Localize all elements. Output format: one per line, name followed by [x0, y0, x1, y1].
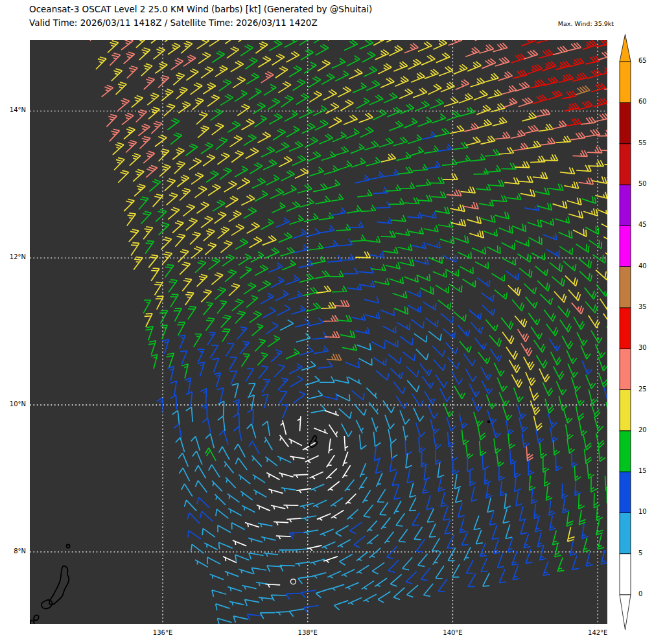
- y-axis-tick-label: 12°N: [0, 253, 26, 260]
- wind-barb: [607, 96, 621, 104]
- wind-barb: [475, 32, 489, 41]
- colorbar-segment: [620, 267, 631, 308]
- colorbar-tick-label: 0: [638, 590, 654, 597]
- wind-barb: [609, 416, 616, 431]
- colorbar-segment: [620, 185, 631, 225]
- wind-barb: [607, 327, 618, 339]
- wind-barb: [252, 27, 265, 38]
- x-axis-tick-label: 138°E: [287, 629, 329, 636]
- colorbar-segment: [620, 144, 631, 185]
- wind-barb: [239, 30, 251, 42]
- x-axis-tick-label: 136°E: [142, 629, 183, 636]
- colorbar-tick-label: 45: [638, 221, 654, 228]
- wind-barb: [609, 268, 621, 278]
- colorbar-tick-label: 35: [638, 303, 654, 310]
- wind-barb: [565, 30, 579, 39]
- colorbar-tick-label: 25: [638, 385, 654, 393]
- colorbar-tick-label: 55: [638, 139, 654, 146]
- x-axis-tick-label: 140°E: [432, 629, 473, 636]
- wind-barb: [165, 30, 176, 42]
- colorbar-segment: [620, 431, 631, 472]
- y-axis-tick-label: 10°N: [0, 400, 26, 408]
- wind-barb: [608, 340, 618, 354]
- wind-barb: [606, 402, 614, 417]
- wind-chart-page: Oceansat-3 OSCAT Level 2 25.0 KM Wind (b…: [0, 0, 654, 644]
- wind-barb: [401, 29, 414, 40]
- wind-barb: [103, 27, 115, 38]
- wind-barb: [607, 489, 613, 503]
- colorbar-tick-label: 65: [638, 57, 654, 64]
- y-axis-tick-label: 14°N: [0, 106, 26, 113]
- colorbar-segment: [620, 554, 631, 595]
- wind-barb: [90, 29, 101, 41]
- colorbar-segment: [620, 62, 631, 102]
- colorbar-tick-label: 5: [638, 549, 654, 557]
- colorbar: [620, 34, 631, 630]
- wind-map-canvas: [0, 0, 654, 644]
- wind-barb: [178, 27, 189, 39]
- colorbar-segment: [620, 349, 631, 389]
- colorbar-under-arrow: [620, 595, 631, 630]
- colorbar-segment: [620, 225, 631, 266]
- y-axis-tick-label: 8°N: [0, 547, 26, 555]
- colorbar-segment: [620, 308, 631, 349]
- colorbar-tick-label: 60: [638, 98, 654, 105]
- colorbar-segment: [620, 472, 631, 512]
- wind-barb: [607, 173, 622, 179]
- colorbar-tick-label: 50: [638, 180, 654, 187]
- wind-barb: [328, 30, 342, 40]
- colorbar-segment: [620, 102, 631, 143]
- map-background: [30, 40, 607, 624]
- colorbar-tick-label: 30: [638, 344, 654, 351]
- colorbar-segment: [620, 390, 631, 431]
- colorbar-segment: [620, 512, 631, 553]
- colorbar-tick-label: 20: [638, 426, 654, 433]
- islet-dot: [487, 420, 490, 423]
- x-axis-tick-label: 142°E: [577, 629, 618, 636]
- wind-barb: [550, 30, 565, 40]
- colorbar-tick-label: 10: [638, 508, 654, 515]
- colorbar-tick-label: 15: [638, 467, 654, 474]
- colorbar-over-arrow: [620, 34, 631, 62]
- wind-barb: [609, 37, 624, 45]
- colorbar-tick-label: 40: [638, 262, 654, 270]
